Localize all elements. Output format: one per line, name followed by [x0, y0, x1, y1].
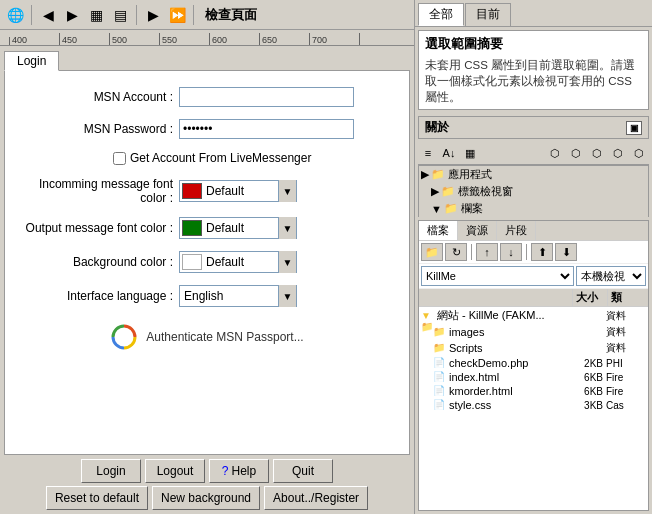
tree-btn-refresh[interactable]: ↻ [445, 243, 467, 261]
inspector-label: 標籤檢視窗 [458, 184, 513, 199]
right-desc: 選取範圍摘要 未套用 CSS 屬性到目前選取範圍。請選取一個樣式化元素以檢視可套… [418, 30, 649, 110]
msn-password-input[interactable] [179, 119, 354, 139]
tree-item-inspector[interactable]: ▶ 📁 標籤檢視窗 [419, 183, 648, 200]
site-selector: KillMe 本機檢視 [419, 264, 648, 289]
tab-current[interactable]: 目前 [465, 3, 511, 26]
about-icon[interactable]: ▣ [626, 121, 642, 135]
app-label: 應用程式 [448, 167, 492, 182]
tree-item-app[interactable]: ▶ 📁 應用程式 [419, 166, 648, 183]
tab-login[interactable]: Login [4, 51, 59, 71]
file-icon-style: 📄 [433, 399, 447, 411]
tree-btn-folder[interactable]: 📁 [421, 243, 443, 261]
file-headers: 大小 類 [419, 289, 648, 307]
output-dropdown-arrow[interactable]: ▼ [278, 217, 296, 239]
site-select[interactable]: KillMe [421, 266, 574, 286]
props-btn2[interactable]: ⬡ [566, 144, 586, 162]
header-type: 類 [608, 289, 648, 306]
tree-btn-up[interactable]: ↑ [476, 243, 498, 261]
file-type-checkdemo: PHI [606, 358, 646, 369]
login-button[interactable]: Login [81, 459, 141, 483]
new-background-button[interactable]: New background [152, 486, 260, 510]
file-item-checkdemo[interactable]: 📄 checkDemo.php 2KB PHI [419, 356, 648, 370]
file-name-checkdemo: checkDemo.php [449, 357, 571, 369]
ruler: 400 450 500 550 600 650 700 [0, 30, 414, 46]
globe-icon[interactable]: 🌐 [4, 4, 26, 26]
bottom-buttons: Login Logout ? Help Quit Reset to defaul… [4, 459, 410, 510]
quit-button[interactable]: Quit [273, 459, 333, 483]
incoming-font-label: Incomming message font color : [13, 177, 173, 205]
play-icon[interactable]: ▶ [142, 4, 164, 26]
header-size: 大小 [573, 289, 608, 306]
folder-icon-scripts: 📁 [433, 342, 447, 354]
play2-icon[interactable]: ⏩ [166, 4, 188, 26]
btn-row-2: Reset to default New background About../… [4, 486, 410, 510]
back-btn[interactable]: ◀ [37, 4, 59, 26]
dom-label: 欄案 [461, 201, 483, 216]
reset-button[interactable]: Reset to default [46, 486, 148, 510]
tree-btn-down[interactable]: ↓ [500, 243, 522, 261]
grid2-icon[interactable]: ▤ [109, 4, 131, 26]
file-icon-index: 📄 [433, 371, 447, 383]
grid-icon[interactable]: ▦ [85, 4, 107, 26]
bg-dropdown-arrow[interactable]: ▼ [278, 251, 296, 273]
props-grid-icon[interactable]: ▦ [460, 144, 480, 162]
props-sort-icon[interactable]: A↓ [439, 144, 459, 162]
props-list-icon[interactable]: ≡ [418, 144, 438, 162]
props-btn4[interactable]: ⬡ [608, 144, 628, 162]
tree-tab-resources[interactable]: 資源 [458, 221, 497, 240]
language-dropdown-arrow[interactable]: ▼ [278, 285, 296, 307]
tab-all[interactable]: 全部 [418, 3, 464, 26]
props-btn1[interactable]: ⬡ [545, 144, 565, 162]
bg-color-wrapper[interactable]: Default ▼ [179, 251, 297, 273]
file-name-kmorder: kmorder.html [449, 385, 571, 397]
incoming-dropdown-arrow[interactable]: ▼ [278, 180, 296, 202]
file-type-kmorder: Fire [606, 386, 646, 397]
app-expand-icon: ▶ [421, 168, 429, 181]
live-messenger-checkbox[interactable] [113, 152, 126, 165]
file-item-scripts[interactable]: 📁 Scripts 資料 [419, 340, 648, 356]
forward-btn[interactable]: ▶ [61, 4, 83, 26]
sep3 [193, 5, 194, 25]
file-browser: 檔案 資源 片段 📁 ↻ ↑ ↓ ⬆ ⬇ KillMe 本機檢視 [418, 220, 649, 511]
form-content: MSN Account : MSN Password : Get Account… [4, 70, 410, 455]
tree-btn-download[interactable]: ⬇ [555, 243, 577, 261]
tree-tabs: 檔案 資源 片段 [419, 221, 648, 241]
logout-button[interactable]: Logout [145, 459, 205, 483]
view-select[interactable]: 本機檢視 [576, 266, 646, 286]
language-wrapper[interactable]: English ▼ [179, 285, 297, 307]
msn-account-input[interactable] [179, 87, 354, 107]
btn-row-1: Login Logout ? Help Quit [4, 459, 410, 483]
dom-expand-icon: ▼ [431, 203, 442, 215]
tree-tab-snippets[interactable]: 片段 [497, 221, 536, 240]
file-size-checkdemo: 2KB [571, 358, 606, 369]
tab-area: Login [0, 46, 414, 70]
props-btn3[interactable]: ⬡ [587, 144, 607, 162]
msn-account-row: MSN Account : [13, 87, 401, 107]
props-btn5[interactable]: ⬡ [629, 144, 649, 162]
file-item-root[interactable]: ▼📁 網站 - KillMe (FAKM... 資料 [419, 307, 648, 324]
desc-text: 未套用 CSS 屬性到目前選取範圍。請選取一個樣式化元素以檢視可套用的 CSS … [425, 57, 642, 105]
about-button[interactable]: About../Register [264, 486, 368, 510]
file-item-index[interactable]: 📄 index.html 6KB Fire [419, 370, 648, 384]
output-color-wrapper[interactable]: Default ▼ [179, 217, 297, 239]
file-type-index: Fire [606, 372, 646, 383]
spinner-area: Authenticate MSN Passport... [13, 323, 401, 351]
output-font-label: Output message font color : [13, 221, 173, 235]
incoming-font-row: Incomming message font color : Default ▼ [13, 177, 401, 205]
language-label: Interface language : [13, 289, 173, 303]
live-messenger-label: Get Account From LiveMessenger [130, 151, 311, 165]
incoming-color-wrapper[interactable]: Default ▼ [179, 180, 297, 202]
right-tabs: 全部 目前 [415, 0, 652, 27]
right-panel: 全部 目前 選取範圍摘要 未套用 CSS 屬性到目前選取範圍。請選取一個樣式化元… [415, 0, 652, 514]
help-button[interactable]: ? Help [209, 459, 269, 483]
file-name-images: images [449, 326, 571, 338]
folder-icon-root: ▼📁 [421, 310, 435, 322]
tree-btn-upload[interactable]: ⬆ [531, 243, 553, 261]
tree-tab-files[interactable]: 檔案 [419, 221, 458, 240]
tree-item-dom[interactable]: ▼ 📁 欄案 [419, 200, 648, 217]
file-item-style[interactable]: 📄 style.css 3KB Cas [419, 398, 648, 412]
file-item-kmorder[interactable]: 📄 kmorder.html 6KB Fire [419, 384, 648, 398]
bg-color-label: Background color : [13, 255, 173, 269]
file-item-images[interactable]: 📁 images 資料 [419, 324, 648, 340]
file-name-index: index.html [449, 371, 571, 383]
